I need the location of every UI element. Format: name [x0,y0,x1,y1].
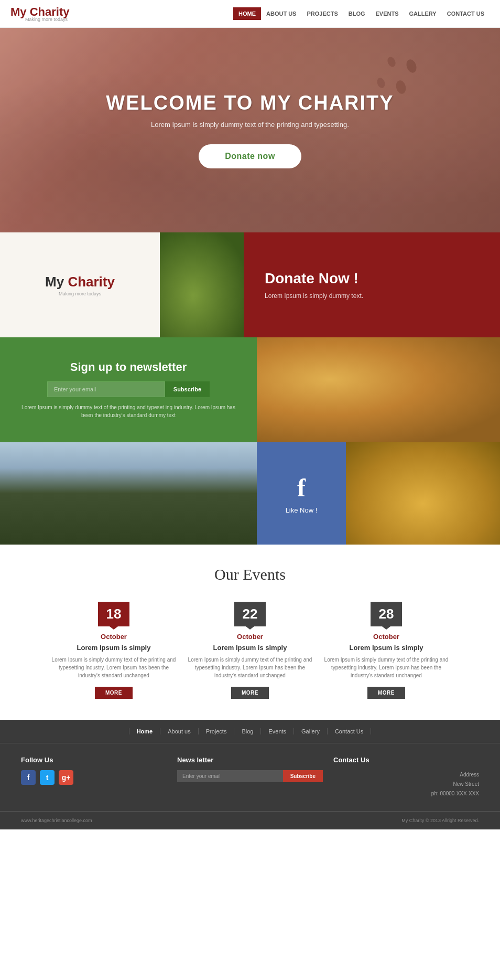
footer-nav-projects[interactable]: Projects [199,728,235,734]
footer-subscribe-button[interactable]: Subscribe [283,770,323,782]
mid-logo-text: My Charity [45,274,115,290]
nav-item-projects[interactable]: PROJECTS [301,7,343,20]
footer-nav: Home About us Projects Blog Events Galle… [0,720,500,743]
event-desc-2: Lorem Ipsum is simply dummy text of the … [187,656,313,679]
nav-item-blog[interactable]: BLOG [343,7,371,20]
event-item-3: 28 October Lorem Ipsum is simply Lorem I… [323,602,449,699]
nav-link-blog[interactable]: BLOG [343,7,371,20]
footer-newsletter-title: News letter [177,756,323,764]
event-date-2: 22 [234,602,266,626]
footprint-3 [395,79,407,95]
events-section: Our Events 18 October Lorem Ipsum is sim… [0,545,500,720]
autumn2-image-cell [346,442,500,545]
facebook-icon: f [297,473,306,502]
footer-nav-home[interactable]: Home [129,728,161,734]
newsletter-autumn-row: Sign up to newsletter Subscribe Lorem Ip… [0,337,500,442]
mid-donate-text: Lorem Ipsum is simply dummy text. [265,292,479,300]
footer-nav-contact[interactable]: Contact Us [328,728,371,734]
event-day-3: 28 [379,606,394,622]
event-heading-2: Lorem Ipsum is simply [187,644,313,652]
social-icons: f t g+ [21,770,167,785]
mid-moss-image [160,232,244,337]
grass-image-inner [0,442,257,545]
autumn2-image-inner [346,442,500,545]
mid-logo-sub: Making more todays [59,291,101,296]
hero-section: WELCOME TO MY CHARITY Lorem Ipsum is sim… [0,28,500,232]
footer-nav-events[interactable]: Events [261,728,294,734]
logo-subtitle: Making more todays [25,17,69,22]
footer-nav-about[interactable]: About us [160,728,198,734]
mid-logo-cell: My Charity Making more todays [0,232,160,337]
event-month-1: October [51,633,177,641]
contact-phone: ph: 00000-XXX-XXX [333,789,479,798]
footer-newsletter-section: News letter Subscribe [177,756,323,798]
footer-url: www.heritagechristiancollege.com [21,818,92,823]
event-day-2: 22 [243,606,258,622]
event-more-button-3[interactable]: MORE [367,687,405,699]
event-more-button-1[interactable]: MORE [95,687,133,699]
nav-link-about[interactable]: ABOUT US [261,7,301,20]
mid-donate-cell: Donate Now ! Lorem Ipsum is simply dummy… [244,232,500,337]
footer-contact-section: Contact Us Address New Street ph: 00000-… [333,756,479,798]
event-item-2: 22 October Lorem Ipsum is simply Lorem I… [187,602,313,699]
header: My Charity Making more todays HOME ABOUT… [0,0,500,28]
nav-item-contact[interactable]: CONTACT US [442,7,490,20]
newsletter-email-input[interactable] [47,381,165,397]
nav-link-home[interactable]: HOME [233,7,261,20]
twitter-social-icon[interactable]: t [40,770,55,785]
nav-list: HOME ABOUT US PROJECTS BLOG EVENTS GALLE… [233,7,490,20]
footer-follow-title: Follow Us [21,756,167,764]
facebook-cell[interactable]: f Like Now ! [257,442,346,545]
footer-nav-blog[interactable]: Blog [234,728,261,734]
newsletter-cell: Sign up to newsletter Subscribe Lorem Ip… [0,337,257,442]
mid-grid: My Charity Making more todays Donate Now… [0,232,500,337]
autumn-image-inner [257,337,500,442]
event-desc-3: Lorem Ipsum is simply dummy text of the … [323,656,449,679]
event-more-button-2[interactable]: MORE [231,687,269,699]
footer-email-input[interactable] [177,770,283,782]
nav-link-gallery[interactable]: GALLERY [404,7,442,20]
mid-donate-title: Donate Now ! [265,270,479,287]
events-title: Our Events [10,566,490,583]
nav-link-events[interactable]: EVENTS [371,7,404,20]
nav-item-events[interactable]: EVENTS [371,7,404,20]
footprint-1 [405,58,418,74]
nav-item-home[interactable]: HOME [233,7,261,20]
googleplus-social-icon[interactable]: g+ [59,770,73,785]
nav-item-about[interactable]: ABOUT US [261,7,301,20]
autumn-image-cell [257,337,500,442]
event-month-2: October [187,633,313,641]
facebook-social-icon[interactable]: f [21,770,36,785]
event-day-1: 18 [106,606,122,622]
footer: Home About us Projects Blog Events Galle… [0,720,500,829]
facebook-label: Like Now ! [286,506,318,514]
footer-contact-title: Contact Us [333,756,479,764]
nav-item-gallery[interactable]: GALLERY [404,7,442,20]
events-grid: 18 October Lorem Ipsum is simply Lorem I… [51,602,449,699]
logo: My Charity Making more todays [10,5,69,22]
contact-address: Address [333,770,479,780]
grass-image-cell [0,442,257,545]
donate-now-button[interactable]: Donate now [199,144,301,168]
mid-image-inner [160,232,244,337]
nav-link-projects[interactable]: PROJECTS [301,7,343,20]
event-date-1: 18 [98,602,130,626]
newsletter-subscribe-button[interactable]: Subscribe [165,381,210,397]
newsletter-form: Subscribe [47,381,210,397]
contact-street: New Street [333,780,479,789]
footprint-4 [376,77,386,89]
nav-link-contact[interactable]: CONTACT US [442,7,490,20]
hero-content: WELCOME TO MY CHARITY Lorem Ipsum is sim… [106,92,394,168]
newsletter-title: Sign up to newsletter [70,360,187,374]
hero-title: WELCOME TO MY CHARITY [106,92,394,114]
main-nav: HOME ABOUT US PROJECTS BLOG EVENTS GALLE… [233,7,490,20]
event-month-3: October [323,633,449,641]
event-date-3: 28 [371,602,403,626]
hero-subtitle: Lorem Ipsum is simply dummy text of the … [106,121,394,129]
footprint-2 [386,56,397,68]
footer-bottom: www.heritagechristiancollege.com My Char… [0,811,500,829]
bottom-grid: f Like Now ! [0,442,500,545]
footer-nav-gallery[interactable]: Gallery [294,728,328,734]
footer-newsletter-form: Subscribe [177,770,323,782]
footer-follow-section: Follow Us f t g+ [21,756,167,798]
